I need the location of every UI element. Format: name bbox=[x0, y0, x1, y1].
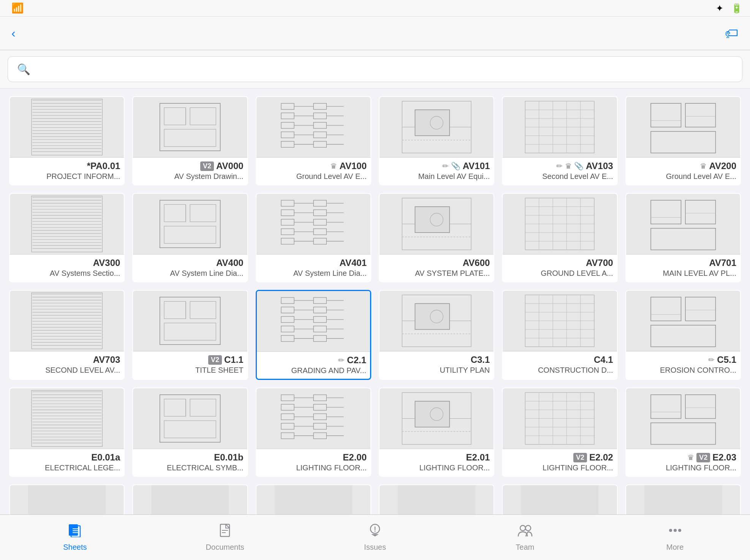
pen-icon: ✏ bbox=[708, 355, 715, 364]
sheet-info: ✏♛📎 AV103 Second Level AV E... bbox=[503, 158, 617, 185]
sheet-number: AV701 bbox=[709, 258, 736, 268]
sheet-title: Ground Level AV E... bbox=[630, 172, 736, 181]
sheet-thumbnail bbox=[10, 97, 124, 158]
tag-icon[interactable]: 🏷 bbox=[725, 25, 739, 41]
sheet-number: AV101 bbox=[463, 161, 490, 171]
sheet-number: AV600 bbox=[463, 258, 490, 268]
sheet-number: AV703 bbox=[93, 354, 120, 365]
tab-issues[interactable]: Issues bbox=[300, 524, 450, 552]
sheet-item[interactable]: AV703 SECOND LEVEL AV... bbox=[9, 290, 125, 380]
status-bar: 📶 ✦ 🔋 bbox=[0, 0, 750, 17]
sheet-number: AV200 bbox=[709, 161, 736, 171]
svg-rect-0 bbox=[28, 97, 106, 157]
sheet-title: Second Level AV E... bbox=[506, 172, 613, 181]
sheet-item[interactable]: C4.1 CONSTRUCTION D... bbox=[502, 290, 617, 380]
sheet-info: ✏ C2.1 GRADING AND PAV... bbox=[257, 352, 370, 379]
sheet-title: UTILITY PLAN bbox=[383, 366, 490, 375]
sheet-number: C1.1 bbox=[224, 354, 244, 365]
tab-label-more: More bbox=[666, 543, 684, 552]
pen-icon: ✏ bbox=[442, 161, 449, 171]
sheet-item[interactable]: E0.01a ELECTRICAL LEGE... bbox=[9, 388, 125, 477]
sheet-thumbnail bbox=[257, 291, 370, 352]
sheet-meta: ♛ AV100 bbox=[260, 161, 367, 171]
sheet-item[interactable]: ✏ C2.1 GRADING AND PAV... bbox=[256, 290, 371, 380]
crown-icon: ♛ bbox=[700, 161, 707, 171]
sheet-title: AV System Line Dia... bbox=[137, 269, 243, 278]
sheet-info: V2 E2.02 LIGHTING FLOOR... bbox=[503, 449, 617, 476]
sheet-item[interactable]: ♛ V2 E2.03 LIGHTING FLOOR... bbox=[625, 388, 741, 477]
sheet-title: LIGHTING FLOOR... bbox=[260, 464, 367, 472]
sheet-info: C3.1 UTILITY PLAN bbox=[380, 351, 494, 378]
sheet-item[interactable]: *PA0.01 PROJECT INFORM... bbox=[9, 96, 125, 185]
sheet-info: AV701 MAIN LEVEL AV PL... bbox=[626, 255, 740, 282]
sheet-item[interactable]: AV700 GROUND LEVEL A... bbox=[502, 193, 617, 282]
search-bar[interactable]: 🔍 bbox=[8, 56, 742, 82]
sheet-meta: V2 C1.1 bbox=[137, 354, 243, 365]
version-badge: V2 bbox=[573, 453, 587, 462]
sheet-title: EROSION CONTRO... bbox=[630, 366, 736, 375]
sheet-number: E0.01b bbox=[214, 452, 243, 463]
sheet-item[interactable]: ♛ AV200 Ground Level AV E... bbox=[625, 96, 741, 185]
sheet-item[interactable]: AV701 MAIN LEVEL AV PL... bbox=[625, 193, 741, 282]
tab-more[interactable]: More bbox=[600, 524, 750, 552]
sheet-title: GROUND LEVEL A... bbox=[506, 269, 613, 278]
sheet-meta: E2.01 bbox=[383, 452, 490, 463]
status-left: 📶 bbox=[8, 2, 24, 14]
tab-label-team: Team bbox=[516, 543, 534, 552]
sheet-info: ♛ AV200 Ground Level AV E... bbox=[626, 158, 740, 185]
sheet-number: C2.1 bbox=[347, 355, 366, 365]
sheet-meta: AV703 bbox=[14, 354, 120, 365]
version-badge: V2 bbox=[200, 161, 214, 171]
search-container: 🔍 bbox=[0, 50, 750, 89]
back-button[interactable]: ‹ bbox=[11, 26, 18, 40]
sheet-item[interactable]: E2.00 LIGHTING FLOOR... bbox=[256, 388, 371, 477]
sheet-thumbnail bbox=[503, 291, 617, 351]
sheet-title: Main Level AV Equi... bbox=[383, 172, 490, 181]
sheet-meta: AV600 bbox=[383, 258, 490, 268]
team-tab-icon bbox=[517, 524, 533, 541]
paperclip-icon: 📎 bbox=[574, 161, 584, 171]
sheet-item[interactable]: V2 E2.02 LIGHTING FLOOR... bbox=[502, 388, 617, 477]
sheet-item[interactable]: ✏♛📎 AV103 Second Level AV E... bbox=[502, 96, 617, 185]
sheet-item[interactable]: E2.01 LIGHTING FLOOR... bbox=[379, 388, 494, 477]
sheet-meta: ✏ C2.1 bbox=[261, 355, 366, 365]
sheet-thumbnail bbox=[503, 388, 617, 449]
sheet-item[interactable]: C3.1 UTILITY PLAN bbox=[379, 290, 494, 380]
sheet-meta: V2 E2.02 bbox=[506, 452, 613, 463]
sheet-info: ✏📎 AV101 Main Level AV Equi... bbox=[380, 158, 494, 185]
sheet-item[interactable]: ✏📎 AV101 Main Level AV Equi... bbox=[379, 96, 494, 185]
sheet-meta: AV700 bbox=[506, 258, 613, 268]
sheet-item[interactable]: AV400 AV System Line Dia... bbox=[132, 193, 248, 282]
svg-rect-20 bbox=[151, 97, 229, 157]
sheet-meta: ♛ AV200 bbox=[630, 161, 736, 171]
sheet-item[interactable]: ♛ AV100 Ground Level AV E... bbox=[256, 96, 371, 185]
sheet-thumbnail bbox=[133, 291, 247, 351]
sheet-title: MAIN LEVEL AV PL... bbox=[630, 269, 736, 278]
sheet-thumbnail bbox=[626, 194, 740, 255]
crown-icon: ♛ bbox=[330, 161, 337, 171]
svg-point-312 bbox=[674, 529, 677, 532]
sheet-meta: E2.00 bbox=[260, 452, 367, 463]
sheet-thumbnail bbox=[626, 388, 740, 449]
sheet-item[interactable]: V2 AV000 AV System Drawin... bbox=[132, 96, 248, 185]
sheet-item[interactable]: AV401 AV System Line Dia... bbox=[256, 193, 371, 282]
pen-icon: ✏ bbox=[338, 356, 345, 365]
crown-icon: ♛ bbox=[565, 161, 572, 171]
tab-label-documents: Documents bbox=[206, 543, 244, 552]
svg-rect-166 bbox=[151, 291, 229, 351]
sheet-item[interactable]: E0.01b ELECTRICAL SYMB... bbox=[132, 388, 248, 477]
sheet-number: AV103 bbox=[586, 161, 613, 171]
sheet-meta: ✏📎 AV101 bbox=[383, 161, 490, 171]
tab-team[interactable]: Team bbox=[450, 524, 600, 552]
tab-documents[interactable]: Documents bbox=[150, 524, 300, 552]
sheet-item[interactable]: ✏ C5.1 EROSION CONTRO... bbox=[625, 290, 741, 380]
sheet-item[interactable]: V2 C1.1 TITLE SHEET bbox=[132, 290, 248, 380]
sheet-meta: C4.1 bbox=[506, 354, 613, 365]
bluetooth-icon: ✦ bbox=[716, 3, 723, 14]
version-badge: V2 bbox=[208, 355, 222, 365]
sheet-item[interactable]: AV300 AV Systems Sectio... bbox=[9, 193, 125, 282]
sheet-meta: V2 AV000 bbox=[137, 161, 243, 171]
tab-sheets[interactable]: Sheets bbox=[0, 524, 150, 552]
sheet-item[interactable]: AV600 AV SYSTEM PLATE... bbox=[379, 193, 494, 282]
sheet-info: ♛ V2 E2.03 LIGHTING FLOOR... bbox=[626, 449, 740, 476]
